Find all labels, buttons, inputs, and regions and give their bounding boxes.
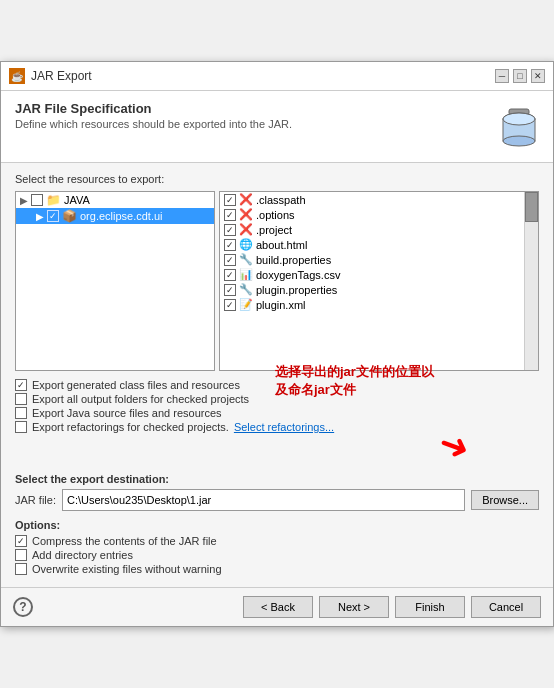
tree-item-plugin-xml[interactable]: 📝 plugin.xml — [220, 297, 524, 312]
checkbox-plugin-xml[interactable] — [224, 299, 236, 311]
export-options: Export generated class files and resourc… — [15, 379, 539, 433]
checkbox-eclipse[interactable] — [47, 210, 59, 222]
checkbox-java[interactable] — [31, 194, 43, 206]
tree-label-java: JAVA — [64, 194, 90, 206]
checkbox-about[interactable] — [224, 239, 236, 251]
option-label-compress: Compress the contents of the JAR file — [32, 535, 217, 547]
tree-item-classpath[interactable]: ❌ .classpath — [220, 192, 524, 207]
file-option-compress: Compress the contents of the JAR file — [15, 535, 539, 547]
checkbox-options[interactable] — [224, 209, 236, 221]
file-icon-about: 🌐 — [239, 238, 253, 251]
title-bar: ☕ JAR Export ─ □ ✕ — [1, 62, 553, 91]
resources-label: Select the resources to export: — [15, 173, 539, 185]
header-area: JAR File Specification Define which reso… — [1, 91, 553, 163]
title-controls: ─ □ ✕ — [495, 69, 545, 83]
right-panel-wrapper: ❌ .classpath ❌ .options ❌ .project — [219, 191, 539, 371]
checkbox-export-refactor[interactable] — [15, 421, 27, 433]
checkbox-doxygen[interactable] — [224, 269, 236, 281]
file-option-dir: Add directory entries — [15, 549, 539, 561]
checkbox-classpath[interactable] — [224, 194, 236, 206]
tree-label-build: build.properties — [256, 254, 331, 266]
checkbox-dir[interactable] — [15, 549, 27, 561]
jar-svg — [499, 101, 539, 149]
file-icon-classpath: ❌ — [239, 193, 253, 206]
option-label-source: Export Java source files and resources — [32, 407, 222, 419]
jar-icon: ☕ — [9, 68, 25, 84]
file-options-section: Options: Compress the contents of the JA… — [15, 519, 539, 575]
jar-file-label: JAR file: — [15, 494, 56, 506]
browse-button[interactable]: Browse... — [471, 490, 539, 510]
right-tree-scrollbar[interactable] — [524, 192, 538, 370]
next-button[interactable]: Next > — [319, 596, 389, 618]
checkbox-export-source[interactable] — [15, 407, 27, 419]
trees-container: ▶ 📁 JAVA ▶ 📦 org.eclipse.cdt.ui — [15, 191, 539, 371]
maximize-button[interactable]: □ — [513, 69, 527, 83]
main-content: Select the resources to export: ▶ 📁 JAVA… — [1, 163, 553, 587]
left-tree-panel[interactable]: ▶ 📁 JAVA ▶ 📦 org.eclipse.cdt.ui — [15, 191, 215, 371]
header-text: JAR File Specification Define which reso… — [15, 101, 489, 140]
option-label-output: Export all output folders for checked pr… — [32, 393, 249, 405]
option-row-output: Export all output folders for checked pr… — [15, 393, 539, 405]
tree-label-eclipse: org.eclipse.cdt.ui — [80, 210, 163, 222]
checkbox-compress[interactable] — [15, 535, 27, 547]
tree-label-options: .options — [256, 209, 295, 221]
jar-file-input[interactable] — [62, 489, 465, 511]
checkbox-project[interactable] — [224, 224, 236, 236]
back-button[interactable]: < Back — [243, 596, 313, 618]
minimize-button[interactable]: ─ — [495, 69, 509, 83]
svg-point-3 — [503, 136, 535, 146]
close-button[interactable]: ✕ — [531, 69, 545, 83]
jar-export-window: ☕ JAR Export ─ □ ✕ JAR File Specificatio… — [0, 61, 554, 627]
folder-icon-eclipse: 📦 — [62, 209, 77, 223]
window-title: JAR Export — [31, 69, 92, 83]
tree-label-about: about.html — [256, 239, 307, 251]
tree-label-plugin-prop: plugin.properties — [256, 284, 337, 296]
tree-item-options[interactable]: ❌ .options — [220, 207, 524, 222]
file-icon-build: 🔧 — [239, 253, 253, 266]
arrow-container: ➜ — [15, 435, 539, 465]
tree-item-plugin-prop[interactable]: 🔧 plugin.properties — [220, 282, 524, 297]
option-label-dir: Add directory entries — [32, 549, 133, 561]
option-label-class: Export generated class files and resourc… — [32, 379, 240, 391]
file-icon-project: ❌ — [239, 223, 253, 236]
select-refactorings-link[interactable]: Select refactorings... — [234, 421, 334, 433]
tree-item-about[interactable]: 🌐 about.html — [220, 237, 524, 252]
tree-item-doxygen[interactable]: 📊 doxygenTags.csv — [220, 267, 524, 282]
tree-label-classpath: .classpath — [256, 194, 306, 206]
tree-item-eclipse[interactable]: ▶ 📦 org.eclipse.cdt.ui — [16, 208, 214, 224]
tree-item-build[interactable]: 🔧 build.properties — [220, 252, 524, 267]
option-label-refactor: Export refactorings for checked projects… — [32, 421, 229, 433]
export-dest-label: Select the export destination: — [15, 473, 539, 485]
page-description: Define which resources should be exporte… — [15, 118, 489, 130]
checkbox-overwrite[interactable] — [15, 563, 27, 575]
tree-label-project: .project — [256, 224, 292, 236]
file-icon-plugin-prop: 🔧 — [239, 283, 253, 296]
file-icon-plugin-xml: 📝 — [239, 298, 253, 311]
tree-label-plugin-xml: plugin.xml — [256, 299, 306, 311]
checkbox-plugin-prop[interactable] — [224, 284, 236, 296]
option-label-overwrite: Overwrite existing files without warning — [32, 563, 222, 575]
file-icon-doxygen: 📊 — [239, 268, 253, 281]
file-icon-options: ❌ — [239, 208, 253, 221]
finish-button[interactable]: Finish — [395, 596, 465, 618]
jar-graphic — [499, 101, 539, 152]
jar-row: JAR file: Browse... — [15, 489, 539, 511]
checkbox-export-class[interactable] — [15, 379, 27, 391]
checkbox-export-output[interactable] — [15, 393, 27, 405]
tree-item-java[interactable]: ▶ 📁 JAVA — [16, 192, 214, 208]
svg-point-4 — [503, 113, 535, 125]
cancel-button[interactable]: Cancel — [471, 596, 541, 618]
page-title: JAR File Specification — [15, 101, 489, 116]
option-row-class: Export generated class files and resourc… — [15, 379, 539, 391]
file-options-label: Options: — [15, 519, 539, 531]
tree-label-doxygen: doxygenTags.csv — [256, 269, 340, 281]
tree-item-project[interactable]: ❌ .project — [220, 222, 524, 237]
bottom-bar: ? < Back Next > Finish Cancel — [1, 587, 553, 626]
export-destination-section: Select the export destination: JAR file:… — [15, 473, 539, 511]
help-button[interactable]: ? — [13, 597, 33, 617]
nav-buttons: < Back Next > Finish Cancel — [243, 596, 541, 618]
expand-arrow-java: ▶ — [20, 195, 28, 206]
right-tree-panel[interactable]: ❌ .classpath ❌ .options ❌ .project — [220, 192, 524, 370]
checkbox-build[interactable] — [224, 254, 236, 266]
option-row-source: Export Java source files and resources — [15, 407, 539, 419]
